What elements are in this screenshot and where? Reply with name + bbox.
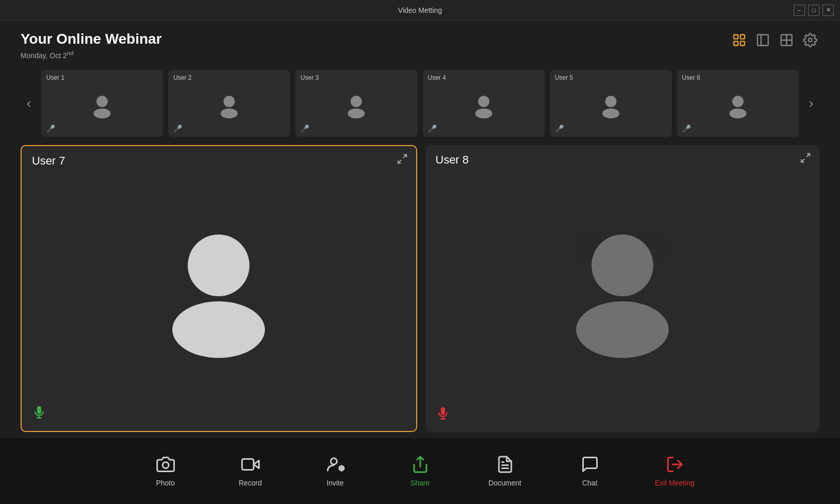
exit-meeting-label: Exit Meeting xyxy=(655,479,694,487)
svg-point-25 xyxy=(172,301,265,358)
video-user7-mic xyxy=(32,405,46,423)
document-label: Document xyxy=(489,479,522,487)
thumb-user1-mic: 🎤 xyxy=(46,124,55,133)
thumb-user6[interactable]: User 6 🎤 xyxy=(677,70,799,137)
photo-label: Photo xyxy=(156,479,175,487)
record-icon xyxy=(241,455,260,474)
svg-rect-26 xyxy=(38,406,41,413)
video-user8-label: User 8 xyxy=(436,153,469,167)
layout-quad-button[interactable] xyxy=(777,31,796,49)
video-grid: User 7 xyxy=(21,145,819,432)
svg-point-18 xyxy=(605,96,616,107)
svg-point-19 xyxy=(602,109,619,118)
thumb-user5-mic: 🎤 xyxy=(555,124,564,133)
thumb-user5-label: User 5 xyxy=(555,74,573,81)
record-label: Record xyxy=(239,479,262,487)
svg-point-15 xyxy=(348,109,365,118)
svg-point-31 xyxy=(592,235,653,296)
svg-point-24 xyxy=(188,235,249,296)
video-user8[interactable]: User 8 xyxy=(425,145,820,432)
svg-point-14 xyxy=(351,96,362,107)
settings-button[interactable] xyxy=(801,31,819,49)
svg-rect-4 xyxy=(758,35,768,46)
thumb-user1-label: User 1 xyxy=(46,74,64,81)
thumb-user6-label: User 6 xyxy=(682,74,700,81)
thumb-user5-avatar xyxy=(597,92,625,120)
svg-line-23 xyxy=(398,159,401,163)
svg-point-36 xyxy=(163,462,169,468)
thumb-user6-mic: 🎤 xyxy=(682,124,691,133)
video-user8-avatar xyxy=(550,217,694,361)
invite-button[interactable]: Invite xyxy=(293,438,378,505)
camera-icon xyxy=(156,455,175,474)
thumb-user4[interactable]: User 4 🎤 xyxy=(423,70,545,137)
thumbnails: User 1 🎤 User 2 🎤 User 3 xyxy=(41,70,799,137)
video-user7-label: User 7 xyxy=(32,154,65,168)
svg-point-39 xyxy=(331,458,337,464)
chat-icon xyxy=(581,455,599,474)
expand-user8-icon[interactable] xyxy=(800,152,811,166)
svg-rect-2 xyxy=(734,41,738,45)
svg-point-17 xyxy=(475,109,492,118)
svg-point-20 xyxy=(732,96,743,107)
thumb-user3[interactable]: User 3 🎤 xyxy=(295,70,417,137)
svg-point-13 xyxy=(221,109,238,118)
record-button[interactable]: Record xyxy=(208,438,293,505)
svg-line-30 xyxy=(801,158,805,161)
thumb-user1-avatar xyxy=(88,92,116,120)
thumb-user5[interactable]: User 5 🎤 xyxy=(550,70,672,137)
share-label: Share xyxy=(410,479,430,487)
svg-rect-33 xyxy=(441,407,444,415)
video-user7[interactable]: User 7 xyxy=(21,145,417,432)
minimize-button[interactable]: − xyxy=(794,5,805,16)
exit-meeting-button[interactable]: Exit Meeting xyxy=(632,438,717,505)
svg-point-11 xyxy=(94,109,111,118)
thumb-user2[interactable]: User 2 🎤 xyxy=(168,70,290,137)
share-button[interactable]: Share xyxy=(378,438,462,505)
thumb-user3-avatar xyxy=(342,92,370,120)
chat-label: Chat xyxy=(582,479,598,487)
share-icon xyxy=(411,455,430,474)
header: Your Online Webinar Monday, Oct 2nd xyxy=(21,31,819,60)
invite-icon xyxy=(326,455,345,474)
thumb-user6-avatar xyxy=(724,92,752,120)
thumb-user2-mic: 🎤 xyxy=(173,124,182,133)
svg-point-32 xyxy=(576,301,669,358)
prev-arrow[interactable]: ‹ xyxy=(21,95,37,112)
layout-sidebar-button[interactable] xyxy=(754,31,772,49)
thumbnail-strip: ‹ User 1 🎤 User 2 🎤 xyxy=(21,70,819,137)
thumb-user4-label: User 4 xyxy=(428,74,446,81)
thumb-user1[interactable]: User 1 🎤 xyxy=(41,70,163,137)
maximize-button[interactable]: □ xyxy=(808,5,819,16)
thumb-user2-avatar xyxy=(215,92,243,120)
expand-user7-icon[interactable] xyxy=(397,153,408,167)
photo-button[interactable]: Photo xyxy=(123,438,208,505)
main-content: Your Online Webinar Monday, Oct 2nd xyxy=(0,21,840,437)
thumb-user4-avatar xyxy=(470,92,498,120)
window-controls[interactable]: − □ ✕ xyxy=(794,5,834,16)
header-controls xyxy=(730,31,819,49)
video-user8-mic xyxy=(436,406,450,424)
svg-point-12 xyxy=(224,96,235,107)
svg-line-22 xyxy=(403,154,406,157)
svg-point-21 xyxy=(729,109,746,118)
document-button[interactable]: Document xyxy=(462,438,547,505)
svg-marker-37 xyxy=(254,460,259,468)
window-title: Video Metting xyxy=(398,6,442,14)
title-bar: Video Metting − □ ✕ xyxy=(0,0,840,21)
thumb-user3-mic: 🎤 xyxy=(300,124,309,133)
document-icon xyxy=(496,455,514,474)
close-button[interactable]: ✕ xyxy=(823,5,834,16)
svg-rect-3 xyxy=(740,41,744,45)
layout-grid-button[interactable] xyxy=(730,31,748,49)
webinar-info: Your Online Webinar Monday, Oct 2nd xyxy=(21,31,162,60)
svg-line-29 xyxy=(807,153,810,156)
svg-rect-1 xyxy=(740,35,744,39)
video-user7-avatar xyxy=(147,217,291,361)
next-arrow[interactable]: › xyxy=(803,95,819,112)
invite-label: Invite xyxy=(327,479,344,487)
thumb-user4-mic: 🎤 xyxy=(428,124,437,133)
chat-button[interactable]: Chat xyxy=(547,438,632,505)
webinar-title: Your Online Webinar xyxy=(21,31,162,47)
svg-rect-0 xyxy=(734,35,738,39)
